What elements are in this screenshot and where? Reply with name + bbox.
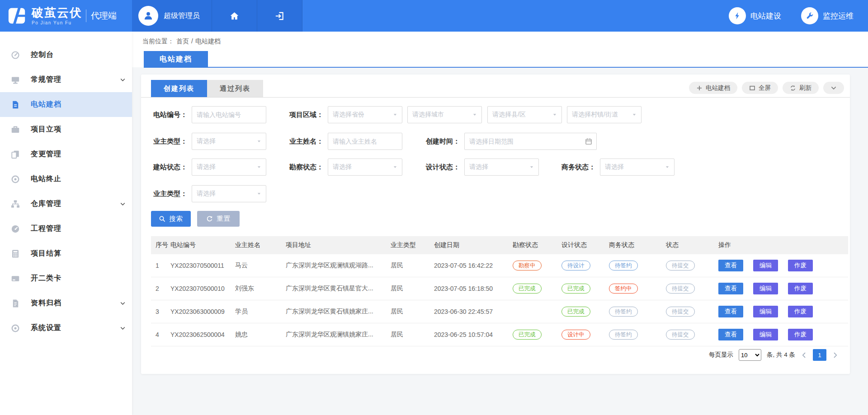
user-avatar-icon bbox=[138, 6, 158, 26]
filter-label: 业主姓名： bbox=[287, 137, 328, 146]
breadcrumb-prefix: 当前位置： bbox=[142, 37, 174, 46]
void-button[interactable]: 作废 bbox=[788, 260, 813, 271]
business-status-select[interactable]: 请选择 bbox=[600, 159, 675, 176]
cell-survey-status: 已完成 bbox=[513, 284, 561, 294]
fullscreen-button[interactable]: 全屏 bbox=[742, 82, 778, 94]
column-header: 序号 bbox=[151, 241, 170, 249]
card-icon bbox=[11, 274, 20, 283]
cell-address: 广东深圳龙华区观澜镇观湖路... bbox=[286, 261, 391, 270]
sidebar-item-general-mgmt[interactable]: 常规管理 bbox=[0, 67, 132, 92]
sidebar-item-warehouse-mgmt[interactable]: 仓库管理 bbox=[0, 191, 132, 216]
sidebar-item-project-initiation[interactable]: 项目立项 bbox=[0, 117, 132, 142]
next-page-button[interactable] bbox=[832, 352, 839, 359]
edit-button[interactable]: 编辑 bbox=[753, 329, 778, 340]
view-button[interactable]: 查看 bbox=[718, 329, 743, 340]
status-badge: 待提交 bbox=[666, 261, 695, 271]
sidebar-item-data-archive[interactable]: 资料归档 bbox=[0, 291, 132, 316]
refresh-button[interactable]: 刷新 bbox=[783, 82, 819, 94]
user-menu[interactable]: 超级管理员 bbox=[132, 0, 212, 32]
header-nav: 电站建设监控运维 bbox=[729, 0, 868, 32]
void-button[interactable]: 作废 bbox=[788, 306, 813, 317]
status-badge: 待提交 bbox=[666, 307, 695, 317]
cell-owner-type: 居民 bbox=[391, 331, 434, 339]
tab-create-list[interactable]: 创建列表 bbox=[151, 80, 207, 97]
table-body: 1YX2023070500011马云广东深圳龙华区观澜镇观湖路...居民2023… bbox=[151, 254, 848, 346]
reset-button[interactable]: 重置 bbox=[197, 211, 240, 227]
caret-down-icon bbox=[257, 139, 261, 144]
design-status-select[interactable]: 请选择 bbox=[464, 159, 539, 176]
town-select[interactable]: 请选择村镇/街道 bbox=[567, 106, 642, 123]
cell-operations: 查看编辑作废 bbox=[718, 306, 848, 317]
chevron-left-icon bbox=[801, 352, 807, 359]
sidebar-item-type2-card[interactable]: 开二类卡 bbox=[0, 266, 132, 291]
column-header: 勘察状态 bbox=[513, 241, 561, 249]
status-badge: 勘察中 bbox=[513, 261, 542, 271]
create-station-button[interactable]: 电站建档 bbox=[689, 82, 737, 94]
chevron-down-icon bbox=[830, 85, 837, 91]
app-root: 破茧云伏 Po Jian Yun Fu 代理端 超级管理员 bbox=[0, 0, 868, 415]
chevron-down-icon bbox=[120, 201, 126, 207]
cell-seq: 2 bbox=[151, 285, 170, 292]
table-row: 1YX2023070500011马云广东深圳龙华区观澜镇观湖路...居民2023… bbox=[151, 254, 848, 277]
cell-station-code: YX2023063000009 bbox=[170, 308, 235, 315]
header-nav-monitor-ops[interactable]: 监控运维 bbox=[801, 7, 854, 24]
status-badge: 已完成 bbox=[513, 330, 542, 340]
edit-button[interactable]: 编辑 bbox=[753, 260, 778, 271]
header-nav-station-build[interactable]: 电站建设 bbox=[729, 7, 781, 24]
filter-field-survey-status: 勘察状态：请选择 bbox=[287, 159, 402, 176]
breadcrumb-home[interactable]: 首页 bbox=[176, 37, 189, 46]
brand: 破茧云伏 Po Jian Yun Fu 代理端 bbox=[0, 0, 132, 32]
station-code-input[interactable] bbox=[192, 106, 266, 123]
view-button[interactable]: 查看 bbox=[718, 306, 743, 317]
sidebar-item-change-mgmt[interactable]: 变更管理 bbox=[0, 142, 132, 167]
owner-type-select[interactable]: 请选择 bbox=[192, 133, 266, 150]
sidebar-item-station-archive[interactable]: 电站建档 bbox=[0, 92, 132, 117]
sidebar-item-project-settlement[interactable]: 项目结算 bbox=[0, 241, 132, 266]
toolbar-button-label: 电站建档 bbox=[706, 84, 730, 92]
create-time-input[interactable] bbox=[464, 133, 597, 150]
filter-field-owner-type: 业主类型：请选择 bbox=[151, 133, 266, 150]
owner-type-2-select[interactable]: 请选择 bbox=[192, 185, 266, 202]
city-select[interactable]: 请选择城市 bbox=[407, 106, 482, 123]
cell-survey-status: 已完成 bbox=[513, 330, 561, 340]
view-button[interactable]: 查看 bbox=[718, 260, 743, 271]
brand-text: 破茧云伏 Po Jian Yun Fu bbox=[32, 6, 82, 25]
filter-field-owner-name: 业主姓名： bbox=[287, 133, 402, 150]
edit-button[interactable]: 编辑 bbox=[753, 283, 778, 294]
cell-owner-name: 姚忠 bbox=[235, 331, 286, 339]
fullscreen-icon bbox=[749, 85, 755, 91]
home-button[interactable] bbox=[212, 0, 257, 32]
owner-name-input[interactable] bbox=[328, 133, 402, 150]
current-page-button[interactable]: 1 bbox=[813, 349, 826, 361]
province-select[interactable]: 请选择省份 bbox=[328, 106, 402, 123]
county-select[interactable]: 请选择县/区 bbox=[487, 106, 562, 123]
logout-button[interactable] bbox=[257, 0, 302, 32]
tab-pass-list[interactable]: 通过列表 bbox=[207, 80, 263, 97]
view-button[interactable]: 查看 bbox=[718, 283, 743, 294]
reset-button-label: 重置 bbox=[217, 214, 231, 223]
sidebar-item-console[interactable]: 控制台 bbox=[0, 42, 132, 67]
cell-address: 广东深圳龙华区观澜镇姚家庄... bbox=[286, 331, 391, 339]
search-button[interactable]: 搜索 bbox=[151, 211, 191, 227]
void-button[interactable]: 作废 bbox=[788, 283, 813, 294]
chevron-right-icon bbox=[832, 352, 839, 359]
filter-label: 业主类型： bbox=[151, 190, 192, 198]
cell-business-status: 待签约 bbox=[609, 261, 666, 271]
cell-station-code: YX2023070500011 bbox=[170, 262, 235, 269]
cell-station-code: YX2023062500004 bbox=[170, 331, 235, 338]
sidebar-item-station-termination[interactable]: 电站终止 bbox=[0, 167, 132, 191]
column-header: 状态 bbox=[666, 241, 718, 249]
survey-status-select[interactable]: 请选择 bbox=[328, 159, 402, 176]
sidebar-item-system-settings[interactable]: 系统设置 bbox=[0, 316, 132, 340]
filter-row: 业主类型：请选择业主姓名：创建时间： bbox=[141, 133, 850, 150]
filter-field-province: 项目区域：请选择省份 bbox=[287, 106, 402, 123]
build-status-select[interactable]: 请选择 bbox=[192, 159, 266, 176]
more-button[interactable] bbox=[823, 82, 844, 94]
void-button[interactable]: 作废 bbox=[788, 329, 813, 340]
page-tab-station-archive[interactable]: 电站建档 bbox=[144, 51, 208, 68]
toolbar-button-label: 刷新 bbox=[799, 84, 811, 92]
sidebar-item-engineering-mgmt[interactable]: 工程管理 bbox=[0, 216, 132, 241]
per-page-select[interactable]: 10 bbox=[739, 349, 761, 361]
prev-page-button[interactable] bbox=[801, 352, 807, 359]
edit-button[interactable]: 编辑 bbox=[753, 306, 778, 317]
